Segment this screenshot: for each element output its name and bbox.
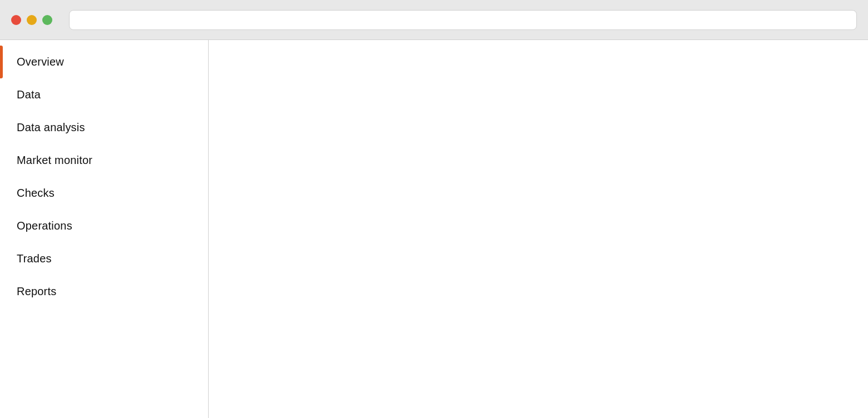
sidebar-item-operations[interactable]: Operations — [0, 210, 208, 242]
sidebar-item-label: Overview — [17, 56, 64, 68]
sidebar-item-label: Market monitor — [17, 154, 92, 167]
sidebar-item-label: Checks — [17, 187, 55, 200]
sidebar-item-label: Data analysis — [17, 121, 85, 134]
sidebar-item-checks[interactable]: Checks — [0, 177, 208, 210]
main-panel — [209, 40, 868, 418]
sidebar-item-reports[interactable]: Reports — [0, 275, 208, 308]
sidebar-item-overview[interactable]: Overview — [0, 46, 208, 78]
sidebar-item-label: Operations — [17, 220, 72, 232]
minimize-button[interactable] — [27, 15, 37, 25]
sidebar-item-label: Data — [17, 88, 41, 101]
titlebar — [0, 0, 868, 40]
browser-content: Overview Data Data analysis Market monit… — [0, 40, 868, 418]
sidebar: Overview Data Data analysis Market monit… — [0, 40, 209, 418]
close-button[interactable] — [11, 15, 21, 25]
sidebar-item-trades[interactable]: Trades — [0, 242, 208, 275]
sidebar-item-market-monitor[interactable]: Market monitor — [0, 144, 208, 177]
maximize-button[interactable] — [42, 15, 52, 25]
sidebar-item-label: Trades — [17, 252, 52, 265]
address-bar[interactable] — [69, 10, 857, 30]
sidebar-item-label: Reports — [17, 285, 56, 298]
sidebar-item-data[interactable]: Data — [0, 78, 208, 111]
sidebar-item-data-analysis[interactable]: Data analysis — [0, 111, 208, 144]
